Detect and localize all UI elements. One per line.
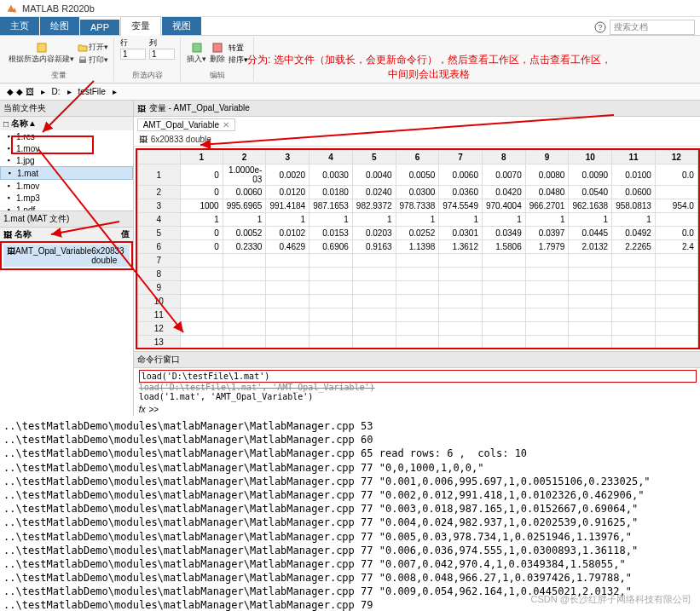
cell[interactable] <box>655 322 697 336</box>
cell[interactable]: 0.0070 <box>483 164 526 186</box>
cell[interactable] <box>310 281 353 295</box>
cell[interactable]: 0.0420 <box>483 186 526 199</box>
cell[interactable]: 0.0050 <box>396 164 439 186</box>
cell[interactable]: 1 <box>612 213 656 227</box>
cell[interactable]: 2.0132 <box>569 240 612 254</box>
cell[interactable] <box>352 322 396 336</box>
cell[interactable] <box>612 295 656 308</box>
row-header[interactable]: 11 <box>137 308 180 322</box>
cell[interactable]: 0.2330 <box>223 240 266 254</box>
doc-search-input[interactable]: 搜索文档 <box>610 20 695 35</box>
cell[interactable]: 1.3612 <box>439 240 483 254</box>
cell[interactable] <box>180 254 223 268</box>
cell[interactable] <box>396 295 439 308</box>
cell[interactable] <box>569 336 612 349</box>
cell[interactable] <box>266 254 310 268</box>
cell[interactable]: 1 <box>266 213 310 227</box>
cell[interactable]: 1 <box>310 213 353 227</box>
cell[interactable] <box>266 268 310 281</box>
cell[interactable]: 0.0540 <box>569 186 612 199</box>
cell[interactable]: 958.0813 <box>612 199 656 213</box>
cell[interactable] <box>525 349 569 350</box>
cell[interactable]: 1.7979 <box>525 240 569 254</box>
cell[interactable] <box>439 322 483 336</box>
cell[interactable] <box>439 268 483 281</box>
file-row[interactable]: ▪1.mov <box>0 180 133 192</box>
cell[interactable] <box>352 308 396 322</box>
cell[interactable] <box>180 322 223 336</box>
cell[interactable] <box>310 308 353 322</box>
cell[interactable]: 0.0100 <box>612 164 656 186</box>
cell[interactable] <box>180 349 223 350</box>
addr-drive[interactable]: D: <box>49 87 64 96</box>
cell[interactable] <box>223 349 266 350</box>
cell[interactable] <box>310 336 353 349</box>
row-header[interactable]: 1 <box>137 164 180 186</box>
cell[interactable] <box>569 308 612 322</box>
cell[interactable] <box>352 281 396 295</box>
cell[interactable]: 1 <box>569 213 612 227</box>
cell[interactable]: 0.0120 <box>266 186 310 199</box>
cell[interactable] <box>612 308 656 322</box>
cell[interactable] <box>483 322 526 336</box>
cell[interactable]: 962.1638 <box>569 199 612 213</box>
cell[interactable] <box>569 349 612 350</box>
cell[interactable] <box>525 295 569 308</box>
cell[interactable]: 1.1398 <box>396 240 439 254</box>
cell[interactable] <box>223 322 266 336</box>
cell[interactable] <box>525 254 569 268</box>
cell[interactable]: 974.5549 <box>439 199 483 213</box>
print-button[interactable]: 打印▾ <box>78 55 108 66</box>
cell[interactable]: 954.0 <box>655 199 697 213</box>
cell[interactable] <box>525 281 569 295</box>
cell[interactable] <box>483 254 526 268</box>
cell[interactable] <box>655 268 697 281</box>
cell[interactable] <box>266 322 310 336</box>
cell[interactable] <box>266 295 310 308</box>
cell[interactable]: 0.0360 <box>439 186 483 199</box>
cell[interactable]: 1 <box>223 213 266 227</box>
cell[interactable]: 1 <box>439 213 483 227</box>
cell[interactable] <box>612 268 656 281</box>
cell[interactable] <box>612 254 656 268</box>
cell[interactable] <box>223 268 266 281</box>
cell[interactable] <box>310 268 353 281</box>
cell[interactable]: 2.2265 <box>612 240 656 254</box>
file-row[interactable]: ▪1.jpg <box>0 154 133 166</box>
cell[interactable]: 0.0 <box>655 164 697 186</box>
file-tree[interactable]: □名称▲ ▪1.rcs▪1.mov▪1.jpg▪1.mat▪1.mov▪1.mp… <box>0 117 133 210</box>
cell[interactable]: 0 <box>180 240 223 254</box>
col-header[interactable]: 8 <box>483 151 526 164</box>
new-from-selection-button[interactable]: 根据所选内容新建▾ <box>9 43 74 65</box>
cell[interactable] <box>266 308 310 322</box>
cell[interactable]: 0.0180 <box>310 186 353 199</box>
col-header[interactable]: 5 <box>352 151 396 164</box>
cell[interactable]: 1 <box>483 213 526 227</box>
transpose-button[interactable]: 转置 <box>229 43 248 54</box>
cell[interactable] <box>266 336 310 349</box>
cell[interactable] <box>180 336 223 349</box>
variable-tab[interactable]: AMT_Opal_Variable ✕ <box>137 118 235 131</box>
cell[interactable] <box>483 295 526 308</box>
cell[interactable] <box>223 295 266 308</box>
cell[interactable]: 982.9372 <box>352 199 396 213</box>
sort-button[interactable]: 排序▾ <box>229 55 248 66</box>
cell[interactable]: 0.0153 <box>310 227 353 240</box>
cell[interactable] <box>483 349 526 350</box>
cell[interactable] <box>525 268 569 281</box>
cell[interactable]: 987.1653 <box>310 199 353 213</box>
row-header[interactable]: 3 <box>137 199 180 213</box>
cell[interactable]: 0.0300 <box>396 186 439 199</box>
cell[interactable]: 0.0090 <box>569 164 612 186</box>
cell[interactable] <box>396 268 439 281</box>
col-header[interactable]: 1 <box>180 151 223 164</box>
col-header[interactable]: 11 <box>612 151 656 164</box>
cell[interactable]: 0.0600 <box>612 186 656 199</box>
cell[interactable]: 1000 <box>180 199 223 213</box>
cell[interactable] <box>612 336 656 349</box>
cell[interactable] <box>569 295 612 308</box>
cell[interactable]: 1.0000e-03 <box>223 164 266 186</box>
cell[interactable]: 0.0301 <box>439 227 483 240</box>
cell[interactable] <box>569 281 612 295</box>
cell[interactable]: 0.0492 <box>612 227 656 240</box>
